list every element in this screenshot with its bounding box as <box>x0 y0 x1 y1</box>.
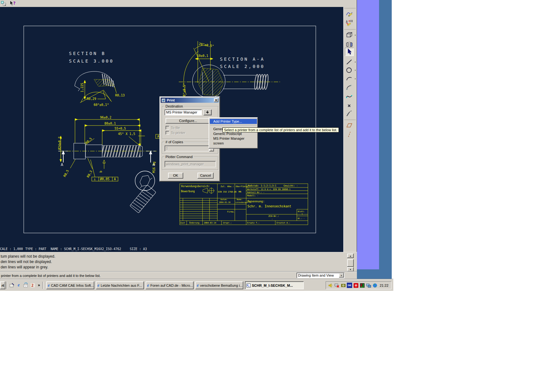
line-icon[interactable]: › <box>345 58 354 66</box>
spin-down-icon[interactable]: ▼ <box>209 149 214 151</box>
task-button-1[interactable]: e CAD CAM CAE Infos Soft... <box>46 281 94 289</box>
to-file-checkbox[interactable] <box>165 126 169 130</box>
desktop: ? SECTION B SCALE 3.00 <box>0 0 555 392</box>
delete-icon[interactable] <box>345 102 354 110</box>
tb-oberfl-value: MR <box>239 191 241 193</box>
tb-verw-label: Verwendungsbereich: <box>181 185 210 188</box>
fcf-tolerance: Ø0,05 <box>100 177 109 181</box>
window-restore-icon[interactable] <box>1 1 7 6</box>
tb-zust: Zust <box>180 222 185 224</box>
globe-icon[interactable] <box>372 283 377 288</box>
spline-icon[interactable] <box>345 93 354 101</box>
copies-value: 1 <box>166 146 168 150</box>
chevron-right-icon[interactable]: › <box>355 34 356 37</box>
plotter-value: windows_print_manager <box>166 162 204 166</box>
start-button[interactable]: rt <box>0 281 5 289</box>
circle-icon[interactable]: › <box>345 66 354 74</box>
task-button-2[interactable]: e Letzte Nachrichten aus F... <box>96 281 144 289</box>
menu-item-ms-printer-manager[interactable]: MS Printer Manager <box>210 136 257 141</box>
destination-input[interactable]: MS Printer Manager <box>165 109 202 115</box>
clock: 21:22 <box>380 284 389 287</box>
menu-item-add-printer-type[interactable]: Add Printer Type... <box>210 119 257 124</box>
task-button-label: Foren auf CAD.de - Micro... <box>150 284 193 287</box>
fillet-icon[interactable] <box>345 83 354 92</box>
parallelogram-icon[interactable] <box>345 121 354 130</box>
volume-icon[interactable] <box>328 283 333 288</box>
tb-zul-value: DIN ISO 2768-mK <box>218 191 237 193</box>
language-de-icon[interactable]: DE <box>347 283 352 288</box>
constraints-icon[interactable] <box>345 19 354 27</box>
tb-urspr: Urspr.: <box>223 222 232 224</box>
printer-type-menu: Add Printer Type... Generic Generic Post… <box>209 117 258 149</box>
chevron-right-icon[interactable]: › <box>355 69 356 72</box>
to-file-label: To file <box>171 126 180 130</box>
close-icon[interactable]: ✕ <box>214 98 218 102</box>
view-filter-combo[interactable]: Drawing Item and View ▼ <box>296 273 345 278</box>
avira-icon[interactable] <box>353 283 359 288</box>
configure-button[interactable]: Configure... <box>165 118 211 124</box>
tb-firma: Firma. <box>227 211 234 213</box>
arc-icon[interactable]: › <box>345 75 354 83</box>
hatch-icon[interactable] <box>345 130 354 138</box>
to-file-checkbox-row: To file <box>165 126 180 130</box>
message-line: den lines will not be displayed. <box>1 260 52 264</box>
meter-icon[interactable] <box>359 283 365 288</box>
menu-item-screen[interactable]: screen <box>210 141 257 146</box>
message-scrollbar[interactable]: ▲ ▼ <box>347 254 354 272</box>
network-icon[interactable] <box>366 283 371 288</box>
section-b-scale: SCALE 3.000 <box>69 58 114 64</box>
tb-blatt: Blatt: <box>298 210 305 212</box>
scroll-up-icon[interactable]: ▲ <box>347 254 354 258</box>
tb-modell: Modell: - <box>247 194 258 197</box>
tb-oberfl-label: Oberfläche: <box>236 185 249 188</box>
pc-error-icon[interactable] <box>334 283 340 288</box>
section-aa-title: SECTION A-A <box>220 57 265 62</box>
dim-20deg: 20°±0,5° <box>199 42 214 48</box>
tb-blatt-value: 1 <box>302 213 303 215</box>
plotter-input[interactable]: windows_print_manager <box>165 161 216 167</box>
to-printer-checkbox[interactable] <box>165 131 169 135</box>
task-button-4[interactable]: e verschobene Bemaßung i... <box>195 281 243 289</box>
task-button-active[interactable]: SCHR_M_I-SECHSK_M... <box>245 281 304 289</box>
tb-gewicht: Gewicht: - <box>284 184 298 187</box>
task-button-3[interactable]: e Foren auf CAD.de - Micro... <box>146 281 194 289</box>
tb-benennung-value: Schr. m. Innensechskant <box>247 205 291 208</box>
help-pointer-icon[interactable]: ? <box>9 0 16 6</box>
ie-quicklaunch-icon[interactable]: e <box>16 282 22 288</box>
copies-label: # of Copies <box>165 140 184 144</box>
trim-icon[interactable] <box>345 109 354 118</box>
combo-dropdown-icon[interactable]: ▼ <box>339 273 344 278</box>
ok-button[interactable]: OK <box>168 173 183 179</box>
dim-1225: 1,225 <box>80 83 84 92</box>
nvidia-icon[interactable] <box>340 283 346 288</box>
sketch-icon[interactable] <box>345 10 354 18</box>
select-arrow-icon[interactable] <box>345 48 354 56</box>
chevron-right-icon[interactable]: › <box>355 60 356 64</box>
printer-picker-button[interactable] <box>203 109 212 115</box>
tb-zchnr-value: - <box>271 218 273 220</box>
destination-value: MS Printer Manager <box>166 110 197 114</box>
chevron-right-icon[interactable]: › <box>355 77 356 80</box>
app2-icon[interactable]: 2 <box>29 282 36 288</box>
box-icon[interactable]: › <box>345 31 354 39</box>
message-line: tum planes will not be displayed. <box>1 254 55 259</box>
outlook-express-icon[interactable] <box>22 282 29 288</box>
print-dialog-title: Print <box>167 98 175 102</box>
quicklaunch-overflow-icon[interactable]: » <box>37 282 41 288</box>
isometric-view <box>130 171 156 213</box>
dim-10: 10±0,1 <box>197 54 208 58</box>
feature-control-frame: ⊥ Ø0,05 A <box>92 177 118 181</box>
fcf-symbol: ⊥ <box>94 177 96 181</box>
cancel-button[interactable]: Cancel <box>197 173 214 179</box>
print-dialog-titlebar[interactable]: Print ✕ <box>161 98 219 103</box>
view-filter-value: Drawing Item and View <box>298 273 334 277</box>
message-line: den lines will appear in grey. <box>1 265 48 269</box>
status-type: TYPE : PART <box>25 247 46 251</box>
scroll-down-icon[interactable]: ▼ <box>347 267 354 272</box>
system-tray: DE 21:22 <box>326 281 391 289</box>
status-name: NAME : SCHR_M_I-SECHSK_M16X2_ISO-4762 <box>51 247 121 251</box>
ie-icon: e <box>147 283 149 288</box>
scrollbar-thumb[interactable] <box>347 259 354 267</box>
show-desktop-icon[interactable] <box>9 282 15 288</box>
copies-input[interactable]: 1 <box>165 145 209 151</box>
